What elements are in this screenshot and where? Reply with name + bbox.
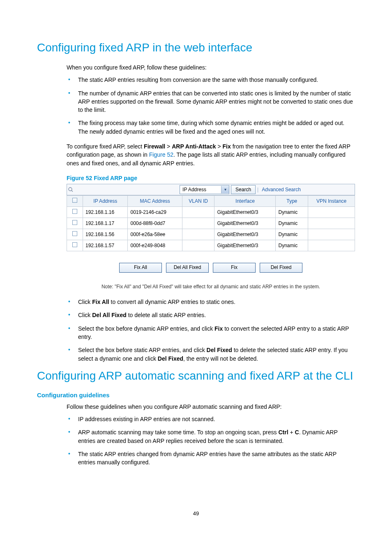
subheading-config-guidelines: Configuration guidelines	[37, 392, 355, 399]
col-mac: MAC Address	[128, 196, 182, 207]
list-item: Click Del All Fixed to delete all static…	[67, 311, 355, 319]
table-row: 192.168.1.160019-2146-ca29GigabitEtherne…	[67, 207, 355, 218]
cell-vpn	[308, 218, 355, 229]
nav-paragraph: To configure fixed ARP, select Firewall …	[67, 142, 355, 167]
search-button[interactable]: Search	[231, 185, 256, 194]
col-type: Type	[276, 196, 308, 207]
cell-type: Dynamic	[276, 207, 308, 218]
cell-vpn	[308, 207, 355, 218]
cell-vpn	[308, 240, 355, 251]
del-fixed-button[interactable]: Del Fixed	[260, 263, 302, 272]
cell-vlan	[182, 229, 214, 240]
row-checkbox[interactable]	[72, 209, 77, 214]
cell-interface: GigabitEthernet0/3	[214, 207, 276, 218]
select-all-checkbox[interactable]	[72, 198, 77, 203]
cell-ip: 192.168.1.16	[83, 207, 128, 218]
cell-ip: 192.168.1.17	[83, 218, 128, 229]
cell-mac: 000f-e249-8048	[128, 240, 182, 251]
cell-mac: 000f-e26a-58ee	[128, 229, 182, 240]
cell-interface: GigabitEthernet0/3	[214, 218, 276, 229]
row-checkbox[interactable]	[72, 220, 77, 225]
advanced-search-link[interactable]: Advanced Search	[262, 186, 301, 193]
cell-vpn	[308, 229, 355, 240]
fix-button[interactable]: Fix	[213, 263, 256, 272]
list-item: ARP automatic scanning may take some tim…	[67, 428, 355, 445]
list-item: The static ARP entries changed from dyna…	[67, 450, 355, 467]
row-checkbox[interactable]	[72, 242, 77, 247]
cell-vlan	[182, 218, 214, 229]
list-item: The fixing process may take some time, d…	[67, 119, 355, 136]
cell-vlan	[182, 240, 214, 251]
list-item: The number of dynamic ARP entries that c…	[67, 89, 355, 114]
heading-arp-cli: Configuring ARP automatic scanning and f…	[37, 369, 355, 382]
search-field-select[interactable]: IP Address ▾	[180, 185, 229, 194]
intro-paragraph: When you configure fixed ARP, follow the…	[67, 63, 355, 72]
cell-interface: GigabitEthernet0/3	[214, 240, 276, 251]
cell-interface: GigabitEthernet0/3	[214, 229, 276, 240]
list-item: Select the box before dynamic ARP entrie…	[67, 324, 355, 341]
search-icon	[68, 187, 74, 192]
list-item: Select the box before static ARP entries…	[67, 346, 355, 363]
col-vlan: VLAN ID	[182, 196, 214, 207]
heading-fixed-arp-web: Configuring fixed ARP in the web interfa…	[37, 41, 355, 54]
action-button-row: Fix All Del All Fixed Fix Del Fixed	[67, 263, 355, 272]
list-item: The static ARP entries resulting from co…	[67, 76, 355, 84]
table-row: 192.168.1.57000f-e249-8048GigabitEtherne…	[67, 240, 355, 251]
cell-type: Dynamic	[276, 229, 308, 240]
cell-mac: 0019-2146-ca29	[128, 207, 182, 218]
row-checkbox[interactable]	[72, 231, 77, 236]
col-vpn: VPN Instance	[308, 196, 355, 207]
screenshot-note: Note: "Fix All" and "Del All Fixed" will…	[67, 283, 355, 290]
cli-intro: Follow these guidelines when you configu…	[67, 403, 355, 411]
svg-line-1	[71, 190, 73, 192]
search-toolbar: IP Address ▾ Search | Advanced Search	[67, 184, 355, 195]
select-value: IP Address	[180, 186, 221, 193]
fix-all-button[interactable]: Fix All	[119, 263, 162, 272]
cli-guidelines-list: IP addresses existing in ARP entries are…	[67, 415, 355, 466]
table-header-row: IP Address MAC Address VLAN ID Interface…	[67, 196, 355, 207]
figure-caption: Figure 52 Fixed ARP page	[67, 174, 355, 182]
arp-table: IP Address MAC Address VLAN ID Interface…	[67, 195, 355, 251]
table-row: 192.168.1.17000d-88f8-0dd7GigabitEtherne…	[67, 218, 355, 229]
list-item: IP addresses existing in ARP entries are…	[67, 415, 355, 423]
guidelines-list-a: The static ARP entries resulting from co…	[67, 76, 355, 136]
fixed-arp-screenshot: IP Address ▾ Search | Advanced Search IP…	[67, 184, 355, 290]
svg-point-0	[69, 188, 72, 191]
col-interface: Interface	[214, 196, 276, 207]
cell-ip: 192.168.1.56	[83, 229, 128, 240]
cell-mac: 000d-88f8-0dd7	[128, 218, 182, 229]
del-all-fixed-button[interactable]: Del All Fixed	[166, 263, 209, 272]
col-ip: IP Address	[83, 196, 128, 207]
figure-link[interactable]: Figure 52	[149, 151, 173, 158]
cell-type: Dynamic	[276, 218, 308, 229]
chevron-down-icon: ▾	[221, 186, 229, 193]
list-item: Click Fix All to convert all dynamic ARP…	[67, 298, 355, 306]
cell-type: Dynamic	[276, 240, 308, 251]
table-row: 192.168.1.56000f-e26a-58eeGigabitEtherne…	[67, 229, 355, 240]
cell-ip: 192.168.1.57	[83, 240, 128, 251]
page-number: 49	[0, 510, 392, 517]
cell-vlan	[182, 207, 214, 218]
action-explain-list: Click Fix All to convert all dynamic ARP…	[67, 298, 355, 363]
